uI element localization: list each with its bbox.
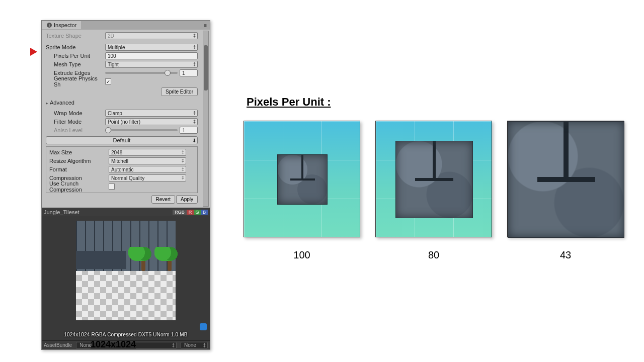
apply-button[interactable]: Apply [176, 195, 198, 204]
resize-select[interactable]: Mitchell [109, 157, 186, 164]
platform-settings: Max Size 2048 Resize Algorithm Mitchell … [46, 146, 198, 193]
tab-inspector[interactable]: i Inspector [42, 21, 82, 29]
tile-sprite [395, 141, 473, 218]
crunch-label: Use Crunch Compression [48, 180, 109, 193]
sprite-mode-label: Sprite Mode [45, 44, 105, 50]
scene-view [375, 121, 492, 237]
wrap-mode-label: Wrap Mode [45, 110, 105, 116]
ppu-heading: Pixels Per Unit : [247, 96, 331, 109]
mesh-type-select[interactable]: Tight [105, 61, 198, 68]
tile-sprite [508, 121, 624, 238]
scrollbar[interactable] [203, 31, 209, 207]
tile-sprite [277, 154, 328, 205]
preview-header: Jungle_Tileset RGB R G B [42, 208, 210, 216]
g-toggle[interactable]: G [194, 210, 201, 215]
extrude-value-input[interactable]: 1 [180, 69, 198, 76]
scene-view [244, 121, 360, 237]
callout-arrow-icon [30, 48, 37, 56]
sprite-mode-select[interactable]: Multiple [105, 44, 198, 51]
ppu-input[interactable]: 100 [105, 52, 198, 59]
sprite-editor-button[interactable]: Sprite Editor [161, 87, 198, 96]
tileset-block [76, 251, 126, 269]
crunch-checkbox[interactable] [109, 184, 115, 190]
extrude-slider[interactable] [105, 72, 178, 74]
download-icon[interactable]: ⬇ [192, 138, 196, 143]
b-toggle[interactable]: B [201, 210, 208, 215]
filter-mode-select[interactable]: Point (no filter) [105, 118, 198, 125]
tab-label: Inspector [54, 22, 76, 28]
asset-name: Jungle_Tileset [44, 209, 79, 215]
info-icon: i [47, 23, 52, 28]
format-label: Format [48, 166, 109, 172]
aniso-slider [105, 129, 178, 131]
texture-dimensions-caption: 1024x1024 [91, 339, 136, 350]
default-label: Default [113, 137, 131, 143]
maxsize-label: Max Size [48, 149, 109, 155]
maxsize-select[interactable]: 2048 [109, 149, 186, 156]
texture-shape-select: 2D [105, 32, 198, 39]
ppu-example-100: 100 [244, 121, 360, 261]
ppu-examples: 100 80 43 [244, 121, 624, 261]
assetbundle-label: AssetBundle [44, 342, 72, 348]
asset-label-icon[interactable] [200, 323, 207, 330]
ppu-example-80: 80 [375, 121, 492, 261]
aniso-value: 1 [180, 127, 198, 134]
filter-mode-label: Filter Mode [45, 119, 105, 125]
panel-menu-icon[interactable]: ≡ [201, 22, 210, 28]
inspector-body: Texture Shape 2D Sprite Mode Multiple Pi… [42, 30, 210, 208]
rgb-toggle[interactable]: RGB [173, 210, 187, 215]
format-select[interactable]: Automatic [109, 166, 186, 173]
gen-physics-checkbox[interactable]: ✓ [105, 78, 111, 84]
ppu-value-label: 100 [293, 249, 310, 261]
tab-bar: i Inspector ≡ [42, 21, 210, 30]
gen-physics-label: Generate Physics Sh [45, 75, 105, 87]
inspector-panel: i Inspector ≡ Texture Shape 2D Sprite Mo… [41, 20, 210, 350]
revert-button[interactable]: Revert [151, 195, 175, 204]
assetbundle-variant-select[interactable]: None [181, 342, 208, 349]
advanced-foldout[interactable]: Advanced [45, 100, 105, 106]
compression-select[interactable]: Normal Quality [109, 174, 186, 182]
texture-shape-label: Texture Shape [45, 33, 105, 39]
ppu-example-43: 43 [507, 121, 624, 261]
r-toggle[interactable]: R [187, 210, 194, 215]
palm-icon [157, 247, 188, 272]
platform-default-tab[interactable]: Default ⬇ [46, 136, 198, 144]
wrap-mode-select[interactable]: Clamp [105, 110, 198, 117]
ppu-value-label: 43 [560, 249, 571, 261]
ppu-label: Pixels Per Unit [45, 53, 105, 59]
channel-toggles[interactable]: RGB R G B [173, 210, 208, 215]
scene-view [507, 121, 624, 237]
preview-info-text: 1024x1024 RGBA Compressed DXT5 UNorm 1.0… [42, 332, 210, 337]
ppu-value-label: 80 [428, 249, 439, 261]
texture-preview: 1024x1024 RGBA Compressed DXT5 UNorm 1.0… [42, 216, 210, 340]
resize-label: Resize Algorithm [48, 158, 109, 164]
mesh-type-label: Mesh Type [45, 61, 105, 67]
aniso-label: Aniso Level [45, 127, 105, 133]
